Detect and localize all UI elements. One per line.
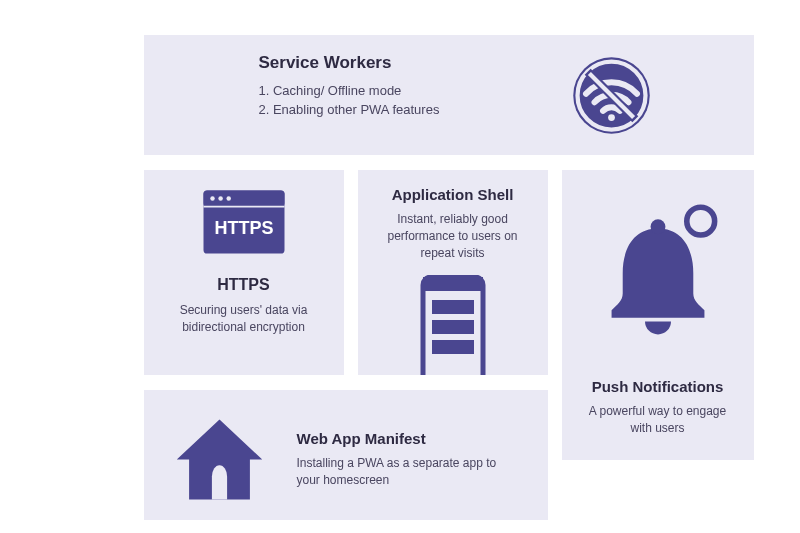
svg-point-9: [210, 196, 215, 201]
https-title: HTTPS: [162, 276, 326, 294]
application-shell-card: Application Shell Instant, reliably good…: [358, 170, 548, 375]
svg-point-18: [650, 219, 665, 234]
svg-point-11: [226, 196, 231, 201]
svg-rect-14: [432, 300, 474, 314]
svg-rect-16: [432, 340, 474, 354]
service-workers-line1: 1. Caching/ Offline mode: [259, 83, 754, 98]
web-app-manifest-desc: Installing a PWA as a separate app to yo…: [297, 455, 497, 490]
bell-icon: [593, 200, 723, 354]
https-icon-label: HTTPS: [214, 218, 273, 238]
push-notifications-desc: A powerful way to engage with users: [582, 403, 734, 438]
svg-rect-15: [432, 320, 474, 334]
phone-list-icon: [418, 275, 488, 375]
web-app-manifest-card: Web App Manifest Installing a PWA as a s…: [144, 390, 548, 520]
house-icon: [172, 412, 267, 511]
pwa-technologies-diagram: Service Workers 1. Caching/ Offline mode…: [58, 15, 758, 533]
https-card: HTTPS HTTPS Securing users' data via bid…: [144, 170, 344, 375]
no-wifi-icon: [569, 53, 654, 138]
web-app-manifest-title: Web App Manifest: [297, 430, 497, 447]
application-shell-desc: Instant, reliably good performance to us…: [372, 211, 534, 261]
application-shell-title: Application Shell: [372, 186, 534, 203]
https-desc: Securing users' data via bidirectional e…: [162, 302, 326, 337]
svg-point-10: [218, 196, 223, 201]
service-workers-title: Service Workers: [259, 53, 754, 73]
push-notifications-card: Push Notifications A powerful way to eng…: [562, 170, 754, 460]
svg-rect-7: [203, 191, 284, 207]
service-workers-card: Service Workers 1. Caching/ Offline mode…: [144, 35, 754, 155]
browser-https-icon: HTTPS: [199, 186, 289, 262]
svg-point-17: [686, 207, 714, 235]
service-workers-line2: 2. Enabling other PWA features: [259, 102, 754, 117]
svg-point-1: [608, 114, 615, 121]
svg-rect-13: [423, 277, 483, 291]
push-notifications-title: Push Notifications: [582, 378, 734, 395]
